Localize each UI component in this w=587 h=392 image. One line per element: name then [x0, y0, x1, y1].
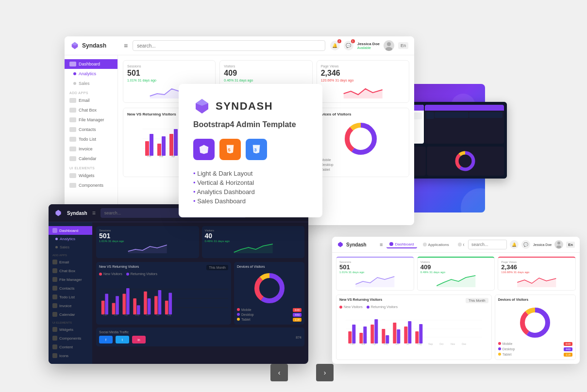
svg-rect-83 — [359, 333, 363, 343]
svg-text:Apr: Apr — [171, 155, 175, 158]
dl2-logo-text: Syndash — [346, 242, 367, 247]
dl2-period[interactable]: This Month — [466, 298, 488, 303]
svg-text:Sep: Sep — [428, 343, 433, 345]
nav-components[interactable]: Components — [65, 180, 117, 190]
dd-nav-sales[interactable]: Sales — [49, 243, 92, 251]
dd-nav-todo[interactable]: Todo List — [49, 293, 92, 301]
nav-calendar[interactable]: Calendar — [65, 154, 117, 163]
svg-rect-54 — [122, 294, 126, 315]
dd-nav-dashboard[interactable]: Dashboard — [49, 226, 92, 235]
promo-subtitle: Bootstrap4 Admin Template — [193, 120, 308, 130]
svg-text:Aug: Aug — [417, 343, 421, 345]
dd-nav-content[interactable]: Content — [49, 343, 92, 351]
svg-rect-50 — [101, 301, 105, 315]
carousel-prev-button[interactable]: ‹ — [270, 364, 288, 381]
dl2-tab-charts[interactable]: Charts — [455, 241, 464, 248]
dd-nav-analytics[interactable]: Analytics — [49, 235, 92, 243]
svg-text:Feb: Feb — [103, 314, 108, 316]
svg-rect-94 — [419, 324, 422, 343]
dd-period[interactable]: This Month — [206, 265, 228, 270]
nav-widgets[interactable]: Widgets — [65, 171, 117, 180]
dd-logo-text: Syndash — [67, 211, 87, 216]
dd-nav-email[interactable]: Email — [49, 258, 92, 266]
dl2-tab-dashboard[interactable]: Dashboard — [386, 241, 417, 248]
dd-chart1-visual: Feb Mar Apr May Jun Jul Aug — [99, 279, 228, 318]
svg-rect-81 — [348, 331, 352, 343]
svg-rect-55 — [126, 288, 130, 314]
dl-logo-text: Syndash — [82, 42, 106, 49]
nav-dashboard[interactable]: Dashboard — [65, 59, 117, 69]
nav-sales[interactable]: Sales — [65, 79, 117, 88]
dd-nav-contacts[interactable]: Contacts — [49, 284, 92, 293]
angular-badge — [193, 139, 215, 160]
carousel-next-button[interactable]: › — [316, 364, 334, 381]
nav-email[interactable]: Email — [65, 96, 117, 105]
message-icon[interactable]: 💬1 — [344, 41, 353, 50]
dl-lang[interactable]: En — [398, 42, 408, 49]
svg-text:May: May — [135, 314, 140, 316]
dl2-notif-icon[interactable]: 🔔 — [510, 240, 519, 249]
dl2-tab-applications[interactable]: Applications — [420, 241, 452, 248]
dl-sidebar: Dashboard Analytics Sales ADD APPS Email — [65, 55, 118, 225]
svg-marker-44 — [55, 210, 61, 216]
nav-todolist[interactable]: Todo List — [65, 134, 117, 144]
dl2-logo: Syndash — [337, 241, 376, 248]
nav-section-ui: UI ELEMENTS — [65, 163, 117, 171]
notification-icon[interactable]: 🔔2 — [330, 41, 340, 50]
dl2-stats-row: Sessions 501 1.01% 31 days ago Visitors … — [336, 257, 576, 291]
dl2-chart-area: New VS Returning Visitors This Month New… — [336, 294, 576, 360]
svg-rect-87 — [382, 329, 385, 343]
dl2-chart-visitors: New VS Returning Visitors This Month New… — [336, 294, 492, 360]
instagram-btn[interactable]: in — [132, 336, 146, 343]
dl2-visitors-chart — [420, 274, 492, 287]
dd-nav-chatbox[interactable]: Chat Box — [49, 266, 92, 275]
dd-nav-calendar[interactable]: Calendar — [49, 310, 92, 319]
svg-rect-51 — [105, 294, 108, 315]
nav-contacts[interactable]: Contacts — [65, 125, 117, 134]
svg-point-1 — [386, 47, 392, 51]
devices-legend: Mobile Desktop Tablet — [317, 158, 405, 171]
svg-text:Jun: Jun — [395, 343, 399, 345]
svg-rect-53 — [116, 296, 119, 314]
dl2-lang[interactable]: En — [566, 242, 575, 248]
pageviews-label: Page Views — [321, 65, 405, 68]
dd-hamburger[interactable]: ≡ — [92, 210, 96, 216]
dl2-hamburger[interactable]: ≡ — [380, 242, 383, 247]
dd-chart-area: New VS Returning Visitors This Month New… — [96, 262, 304, 325]
dd-devices-legend: Mobile 648 Desktop 449 Tablet 118 — [237, 308, 302, 322]
dd-nav-widgets[interactable]: Widgets — [49, 325, 92, 334]
dl-user-info: Jessica Doe Available — [357, 42, 380, 49]
dl2-header-right: 🔔 💬 Jessica Doe En — [468, 240, 575, 249]
dark-dashboard: Syndash ≡ 🔔 💬 Jessica Doe Dashboard — [49, 204, 308, 364]
nav-filemanager[interactable]: File Manager — [65, 115, 117, 125]
html5-badge: 5 — [219, 139, 241, 160]
feature-sales: Sales Dashboard — [193, 196, 308, 206]
dl2-stat-sessions: Sessions 501 1.01% 31 days ago — [336, 257, 414, 291]
nav-analytics[interactable]: Analytics — [65, 69, 117, 79]
dl-avatar — [384, 40, 394, 51]
svg-rect-5 — [145, 141, 149, 156]
visitors-change: 0.46% 31 days ago — [224, 79, 308, 82]
dd-nav-icons[interactable]: Icons — [49, 351, 92, 360]
twitter-btn[interactable]: t — [116, 336, 129, 343]
pageviews-chart — [321, 84, 405, 98]
donut-wrapper — [317, 119, 405, 158]
notif-badge: 2 — [337, 39, 341, 43]
svg-text:Oct: Oct — [439, 343, 443, 345]
dl2-search[interactable] — [468, 240, 507, 249]
dl2-msg-icon[interactable]: 💬 — [521, 240, 530, 249]
hamburger-icon[interactable]: ≡ — [124, 42, 128, 49]
dl-header-icons: 🔔2 💬1 Jessica Doe Available En — [330, 40, 408, 51]
chart-devices: Devices of Visitors Mobile Desktop — [312, 108, 409, 177]
dd-nav-filemanager[interactable]: File Manager — [49, 275, 92, 284]
facebook-btn[interactable]: f — [99, 336, 113, 343]
dd-nav-components[interactable]: Components — [49, 334, 92, 343]
dl2-pageviews-chart — [501, 274, 572, 287]
nav-chatbox[interactable]: Chat Box — [65, 105, 117, 115]
dl2-logo-icon — [337, 241, 344, 248]
dd-nav-invoice[interactable]: Invoice — [49, 301, 92, 310]
nav-section-apps: ADD APPS — [65, 88, 117, 96]
dl-search-input[interactable] — [133, 40, 325, 51]
nav-invoice[interactable]: Invoice — [65, 144, 117, 154]
svg-rect-84 — [363, 327, 367, 343]
